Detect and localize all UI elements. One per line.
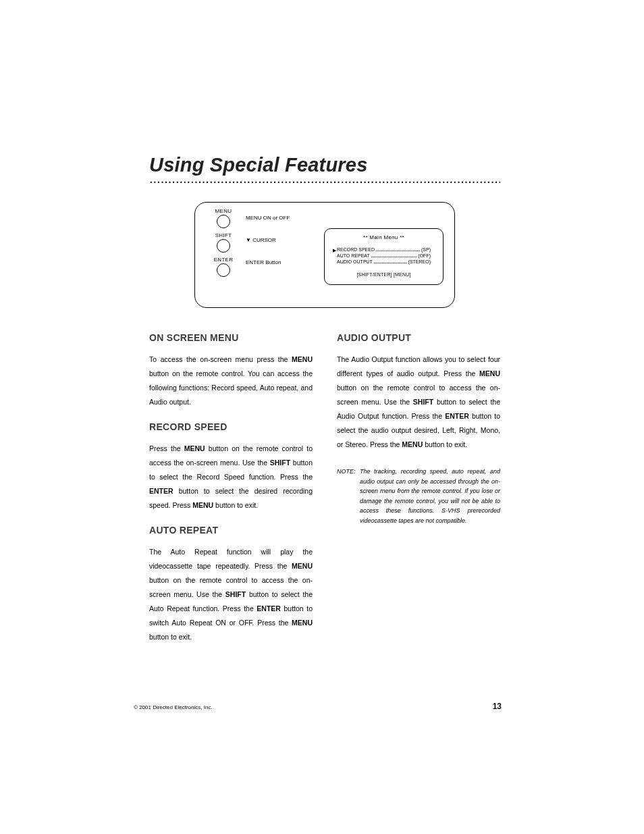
page-title: Using Special Features (149, 154, 500, 176)
play-marker-icon: ▶ (333, 248, 336, 253)
audio-output-heading: AUDIO OUTPUT (337, 332, 500, 343)
osd-row-label: AUDIO OUTPUT (337, 259, 373, 265)
left-column: ON SCREEN MENU To access the on-screen m… (149, 332, 313, 656)
shift-button-label: SHIFT (210, 232, 237, 238)
on-screen-menu-body: To access the on-screen menu press the M… (149, 353, 313, 409)
osd-row-label: AUTO REPEAT (337, 253, 370, 259)
note-block: NOTE: The tracking, recording speed, aut… (337, 464, 500, 525)
osd-row-audio-output: AUDIO OUTPUT(STEREO) (337, 259, 431, 265)
menu-button-label: MENU (210, 208, 237, 214)
osd-title: ** Main Menu ** (325, 234, 443, 240)
dot-fill (376, 246, 420, 251)
content-area: Using Special Features .................… (149, 154, 500, 656)
enter-button-icon (217, 263, 230, 277)
record-speed-heading: RECORD SPEED (149, 421, 313, 432)
dot-fill (374, 259, 407, 263)
osd-rows: RECORD SPEED(SP) AUTO REPEAT(OFF) AUDIO … (337, 247, 431, 265)
osd-row-value: (SP) (421, 247, 431, 253)
two-column-layout: ON SCREEN MENU To access the on-screen m… (149, 332, 500, 656)
menu-button-icon (217, 215, 230, 228)
shift-button-icon (217, 239, 230, 253)
remote-descriptions: MENU ON or OFF ▼ CURSOR ENTER Button (246, 215, 290, 282)
remote-diagram: MENU SHIFT ENTER MENU ON or OFF ▼ CURSOR… (194, 202, 455, 308)
osd-row-value: (OFF) (418, 253, 431, 259)
title-dotted-rule: ........................................… (149, 176, 500, 183)
remote-buttons-column: MENU SHIFT ENTER (210, 208, 237, 281)
enter-desc: ENTER Button (246, 259, 290, 265)
osd-row-label: RECORD SPEED (337, 247, 375, 253)
on-screen-menu-heading: ON SCREEN MENU (149, 332, 313, 343)
auto-repeat-body: The Auto Repeat function will play the v… (149, 545, 313, 644)
menu-desc: MENU ON or OFF (246, 215, 290, 221)
dot-fill (371, 253, 417, 257)
osd-row-value: (STEREO) (408, 259, 431, 265)
note-text: The tracking, recording speed, auto repe… (360, 467, 500, 525)
right-column: AUDIO OUTPUT The Audio Output function a… (337, 332, 500, 656)
diagram-container: MENU SHIFT ENTER MENU ON or OFF ▼ CURSOR… (149, 202, 500, 308)
audio-output-body: The Audio Output function allows you to … (337, 353, 500, 452)
osd-bottom-hints: [SHIFT/ENTER] [MENU] (325, 272, 443, 277)
page-footer: © 2001 Directed Electronics, Inc. 13 (134, 702, 502, 711)
auto-repeat-heading: AUTO REPEAT (149, 525, 313, 536)
record-speed-body: Press the MENU button on the remote cont… (149, 442, 313, 513)
page-number: 13 (493, 702, 502, 711)
enter-button-label: ENTER (210, 257, 237, 263)
copyright-text: © 2001 Directed Electronics, Inc. (134, 704, 213, 710)
note-label: NOTE: (337, 467, 360, 477)
on-screen-display: ** Main Menu ** ▶ RECORD SPEED(SP) AUTO … (324, 228, 444, 285)
page: Using Special Features .................… (0, 0, 644, 834)
cursor-desc: ▼ CURSOR (246, 237, 290, 243)
